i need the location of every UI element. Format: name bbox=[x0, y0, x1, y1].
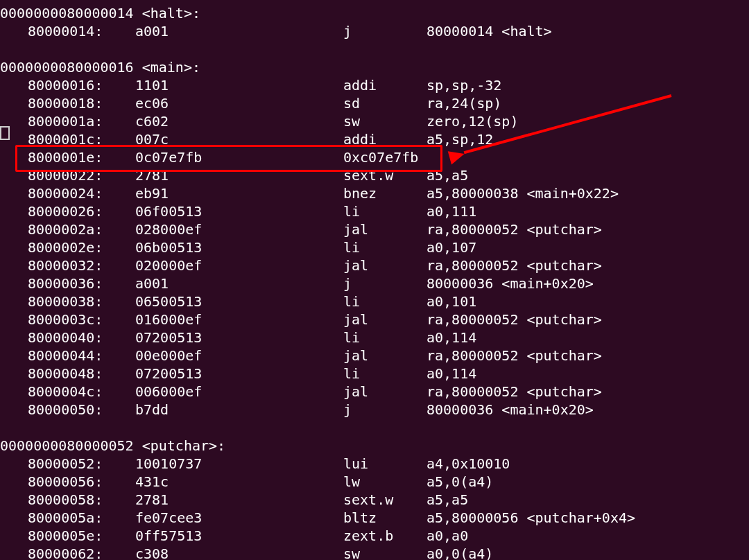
raw-bytes: 007c bbox=[135, 130, 343, 148]
operands: ra,24(sp) bbox=[427, 94, 501, 112]
section-header-line: 0000000080000014 <halt>: bbox=[0, 4, 749, 22]
disassembly-terminal[interactable]: 0000000080000014 <halt>:80000014:a001j80… bbox=[0, 0, 749, 560]
address: 8000004c: bbox=[28, 383, 135, 401]
raw-bytes: fe07cee3 bbox=[135, 509, 343, 527]
section-header-line: 0000000080000016 <main>: bbox=[0, 58, 749, 76]
address: 80000032: bbox=[28, 256, 135, 274]
operands: 80000036 <main+0x20> bbox=[427, 274, 594, 292]
raw-bytes: a001 bbox=[135, 274, 343, 292]
operands: a5,0(a4) bbox=[427, 473, 493, 491]
address: 8000001a: bbox=[28, 112, 135, 130]
address: 80000040: bbox=[28, 329, 135, 347]
raw-bytes: b7dd bbox=[135, 401, 343, 419]
disasm-row: 8000002a:028000efjalra,80000052 <putchar… bbox=[0, 220, 749, 238]
mnemonic: sw bbox=[343, 545, 427, 560]
mnemonic: j bbox=[343, 22, 427, 40]
mnemonic: bltz bbox=[343, 509, 427, 527]
disasm-row: 80000044:00e000efjalra,80000052 <putchar… bbox=[0, 347, 749, 365]
mnemonic: jal bbox=[343, 220, 427, 238]
disasm-row: 80000016:1101addisp,sp,-32 bbox=[0, 76, 749, 94]
mnemonic: sd bbox=[343, 94, 427, 112]
disasm-row: 80000056:431clwa5,0(a4) bbox=[0, 473, 749, 491]
disasm-row: 80000038:06500513lia0,101 bbox=[0, 292, 749, 310]
mnemonic: lui bbox=[343, 455, 427, 473]
disasm-row: 8000005e:0ff57513zext.ba0,a0 bbox=[0, 527, 749, 545]
mnemonic: j bbox=[343, 274, 427, 292]
operands: ra,80000052 <putchar> bbox=[427, 220, 602, 238]
raw-bytes: 016000ef bbox=[135, 310, 343, 329]
operands: a4,0x10010 bbox=[427, 455, 510, 473]
operands: a0,114 bbox=[427, 365, 476, 383]
raw-bytes: 07200513 bbox=[135, 365, 343, 383]
raw-bytes: 07200513 bbox=[135, 329, 343, 347]
mnemonic: j bbox=[343, 401, 427, 419]
disasm-row: 80000032:020000efjalra,80000052 <putchar… bbox=[0, 256, 749, 274]
address: 80000016: bbox=[28, 76, 135, 94]
raw-bytes: 06b00513 bbox=[135, 238, 343, 256]
address: 80000018: bbox=[28, 94, 135, 112]
address: 8000001e: bbox=[28, 148, 135, 166]
mnemonic: jal bbox=[343, 383, 427, 401]
raw-bytes: 06f00513 bbox=[135, 202, 343, 220]
mnemonic: jal bbox=[343, 310, 427, 329]
section-header: 0000000080000052 <putchar>: bbox=[0, 437, 225, 454]
disasm-row: 8000004c:006000efjalra,80000052 <putchar… bbox=[0, 383, 749, 401]
disasm-row: 8000001e:0c07e7fb0xc07e7fb bbox=[0, 148, 749, 166]
address: 80000050: bbox=[28, 401, 135, 419]
disasm-row: 80000050:b7ddj80000036 <main+0x20> bbox=[0, 401, 749, 419]
mnemonic: bnez bbox=[343, 184, 427, 202]
raw-bytes: 0c07e7fb bbox=[135, 148, 343, 166]
operands: 80000036 <main+0x20> bbox=[427, 401, 594, 419]
disasm-row: 80000014:a001j80000014 <halt> bbox=[0, 22, 749, 40]
disasm-row: 8000001c:007caddia5,sp,12 bbox=[0, 130, 749, 148]
operands: ra,80000052 <putchar> bbox=[427, 383, 602, 401]
raw-bytes: c602 bbox=[135, 112, 343, 130]
raw-bytes: 2781 bbox=[135, 491, 343, 509]
section-header: 0000000080000014 <halt>: bbox=[0, 5, 200, 21]
raw-bytes: 1101 bbox=[135, 76, 343, 94]
raw-bytes: 06500513 bbox=[135, 292, 343, 310]
disasm-row: 80000036:a001j80000036 <main+0x20> bbox=[0, 274, 749, 292]
disasm-row: 80000024:eb91bneza5,80000038 <main+0x22> bbox=[0, 184, 749, 202]
address: 80000044: bbox=[28, 347, 135, 365]
disasm-row: 8000005a:fe07cee3bltza5,80000056 <putcha… bbox=[0, 509, 749, 527]
operands: a0,a0 bbox=[427, 527, 468, 545]
address: 80000048: bbox=[28, 365, 135, 383]
operands: a5,a5 bbox=[427, 491, 468, 509]
raw-bytes: 006000ef bbox=[135, 383, 343, 401]
mnemonic: 0xc07e7fb bbox=[343, 148, 427, 166]
mnemonic: sw bbox=[343, 112, 427, 130]
mnemonic: li bbox=[343, 292, 427, 310]
operands: ra,80000052 <putchar> bbox=[427, 347, 602, 365]
operands: ra,80000052 <putchar> bbox=[427, 256, 602, 274]
operands: a5,80000038 <main+0x22> bbox=[427, 184, 619, 202]
mnemonic: li bbox=[343, 329, 427, 347]
address: 80000062: bbox=[28, 545, 135, 560]
address: 80000026: bbox=[28, 202, 135, 220]
address: 8000001c: bbox=[28, 130, 135, 148]
address: 80000038: bbox=[28, 292, 135, 310]
address: 80000052: bbox=[28, 455, 135, 473]
address: 8000005e: bbox=[28, 527, 135, 545]
operands: a0,111 bbox=[427, 202, 476, 220]
raw-bytes: a001 bbox=[135, 22, 343, 40]
operands: a0,114 bbox=[427, 329, 476, 347]
operands: sp,sp,-32 bbox=[427, 76, 501, 94]
operands: ra,80000052 <putchar> bbox=[427, 310, 602, 329]
address: 8000002e: bbox=[28, 238, 135, 256]
operands: a0,107 bbox=[427, 238, 476, 256]
mnemonic: addi bbox=[343, 76, 427, 94]
raw-bytes: 10010737 bbox=[135, 455, 343, 473]
mnemonic: sext.w bbox=[343, 491, 427, 509]
mnemonic: addi bbox=[343, 130, 427, 148]
operands: a5,80000056 <putchar+0x4> bbox=[427, 509, 635, 527]
cursor-box-fragment bbox=[0, 126, 10, 140]
disasm-row: 80000018:ec06sdra,24(sp) bbox=[0, 94, 749, 112]
address: 8000002a: bbox=[28, 220, 135, 238]
raw-bytes: 431c bbox=[135, 473, 343, 491]
disasm-row: 80000022:2781sext.wa5,a5 bbox=[0, 166, 749, 184]
blank-line bbox=[0, 419, 749, 437]
address: 80000022: bbox=[28, 166, 135, 184]
blank-line bbox=[0, 40, 749, 58]
address: 80000056: bbox=[28, 473, 135, 491]
